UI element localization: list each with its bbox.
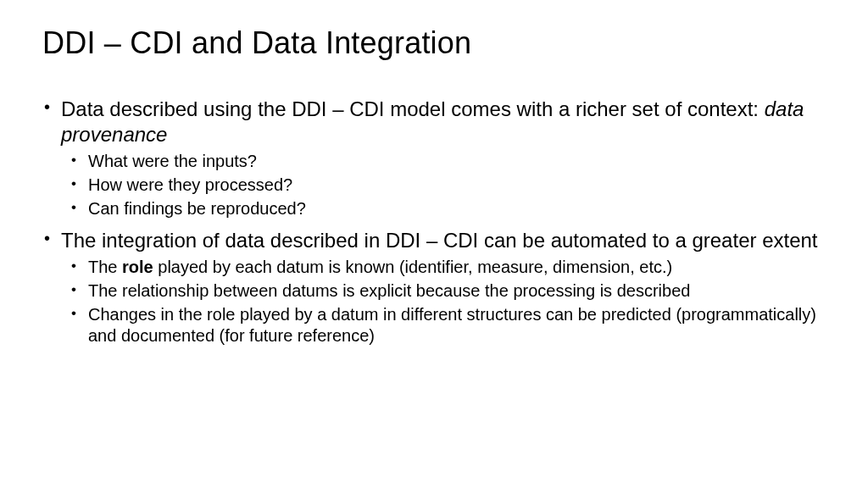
bullet-l1-1-text-pre: Data described using the DDI – CDI model… — [61, 97, 765, 120]
bullet-l2-1: The integration of data described in DDI… — [42, 228, 826, 253]
bullet-l2-2-1-bold: role — [122, 258, 153, 276]
bullet-l2-1-1: What were the inputs? — [70, 151, 826, 172]
bullet-l2-2-1-pre: The — [88, 258, 122, 276]
bullet-l2-2-1-post: played by each datum is known (identifie… — [153, 258, 673, 276]
bullet-group-1: Data described using the DDI – CDI model… — [42, 97, 826, 219]
bullet-l2-1-2: How were they processed? — [70, 175, 826, 196]
bullet-l2-1-3: Can findings be reproduced? — [70, 198, 826, 219]
bullet-l2-2-3: Changes in the role played by a datum in… — [70, 304, 826, 347]
bullet-l2-2-1: The role played by each datum is known (… — [70, 257, 826, 278]
bullet-list: Data described using the DDI – CDI model… — [42, 97, 826, 347]
bullet-l2-2-2: The relationship between datums is expli… — [70, 280, 826, 302]
slide-title: DDI – CDI and Data Integration — [42, 25, 826, 61]
bullet-l1-1: Data described using the DDI – CDI model… — [42, 97, 826, 147]
bullet-group-2: The integration of data described in DDI… — [42, 228, 826, 347]
